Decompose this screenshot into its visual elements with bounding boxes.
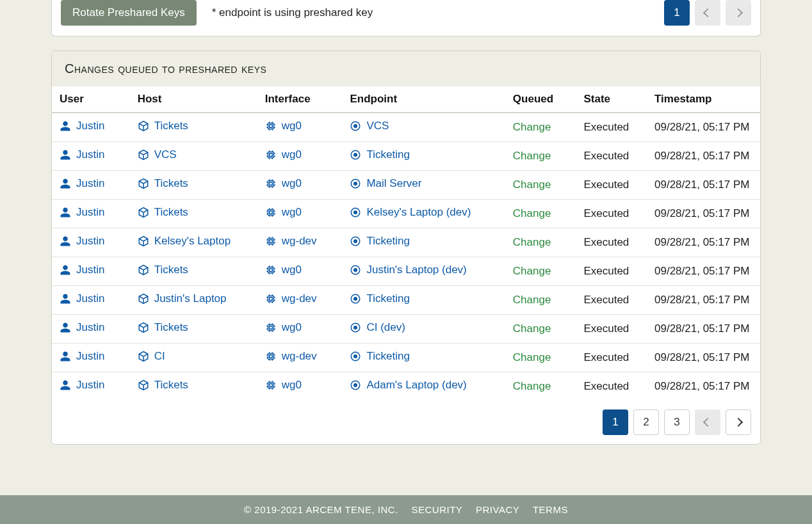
host-link[interactable]: Tickets (138, 321, 188, 334)
queued-link[interactable]: Change (513, 380, 551, 392)
col-state: State (576, 86, 647, 113)
svg-point-23 (353, 268, 357, 272)
person-icon (60, 149, 71, 161)
interface-link[interactable]: wg0 (265, 120, 302, 132)
endpoint-link[interactable]: Adam's Laptop (dev) (350, 379, 466, 392)
chevron-right-icon (734, 8, 743, 17)
queued-link[interactable]: Change (513, 265, 551, 277)
endpoint-link[interactable]: Ticketing (350, 148, 409, 161)
changes-pager-page-1[interactable]: 1 (603, 409, 628, 435)
endpoint-link[interactable]: Ticketing (350, 292, 409, 305)
timestamp-text: 09/28/21, 05:17 PM (654, 150, 749, 162)
top-pager-page-1[interactable]: 1 (664, 0, 690, 26)
host-label: VCS (154, 148, 177, 161)
user-link[interactable]: Justin (60, 235, 104, 248)
svg-point-35 (353, 354, 357, 358)
timestamp-text: 09/28/21, 05:17 PM (654, 380, 749, 392)
interface-label: wg0 (282, 321, 302, 334)
user-link[interactable]: Justin (60, 177, 104, 190)
user-link[interactable]: Justin (60, 148, 104, 161)
queued-link[interactable]: Change (513, 322, 551, 335)
interface-link[interactable]: wg0 (265, 264, 302, 276)
interface-label: wg0 (282, 206, 302, 219)
interface-link[interactable]: wg0 (265, 206, 302, 219)
endpoint-label: Adam's Laptop (dev) (366, 379, 466, 392)
user-link[interactable]: Justin (60, 321, 104, 334)
host-link[interactable]: VCS (138, 148, 177, 161)
interface-link[interactable]: wg-dev (265, 292, 317, 305)
user-label: Justin (76, 206, 104, 219)
svg-point-11 (353, 182, 357, 186)
queued-link[interactable]: Change (513, 207, 551, 219)
state-text: Executed (583, 179, 629, 191)
svg-rect-24 (268, 296, 273, 302)
table-row: JustinTicketswg0Justin's Laptop (dev)Cha… (52, 257, 760, 286)
host-link[interactable]: Justin's Laptop (138, 292, 227, 305)
timestamp-text: 09/28/21, 05:17 PM (654, 121, 749, 133)
endpoint-label: VCS (366, 120, 389, 132)
svg-rect-1 (269, 125, 272, 128)
host-link[interactable]: Kelsey's Laptop (138, 235, 231, 248)
endpoint-label: Mail Server (366, 177, 421, 190)
queued-link[interactable]: Change (513, 121, 551, 133)
endpoint-link[interactable]: Mail Server (350, 177, 421, 190)
host-label: Tickets (154, 120, 188, 132)
endpoint-link[interactable]: Kelsey's Laptop (dev) (350, 206, 471, 219)
host-link[interactable]: Tickets (138, 264, 188, 276)
interface-link[interactable]: wg-dev (265, 350, 317, 363)
queued-link[interactable]: Change (513, 179, 551, 191)
person-icon (60, 379, 71, 391)
radio-icon (350, 149, 361, 161)
user-link[interactable]: Justin (60, 120, 104, 132)
interface-link[interactable]: wg0 (265, 148, 302, 161)
changes-pager-next[interactable] (726, 409, 751, 435)
interface-link[interactable]: wg0 (265, 379, 302, 392)
host-link[interactable]: Tickets (138, 206, 188, 219)
interface-label: wg0 (282, 264, 302, 276)
state-text: Executed (583, 236, 629, 248)
interface-link[interactable]: wg0 (265, 177, 302, 190)
top-pager: 1 (664, 0, 751, 26)
interface-label: wg0 (282, 177, 302, 190)
chip-icon (265, 120, 277, 132)
user-link[interactable]: Justin (60, 206, 104, 219)
user-link[interactable]: Justin (60, 379, 104, 392)
timestamp-text: 09/28/21, 05:17 PM (654, 265, 749, 277)
chip-icon (265, 351, 277, 362)
timestamp-text: 09/28/21, 05:17 PM (654, 179, 749, 191)
changes-pager-page-3[interactable]: 3 (664, 409, 690, 435)
changes-pager: 1 2 3 (603, 409, 751, 435)
table-row: JustinCIwg-devTicketingChangeExecuted09/… (52, 344, 760, 372)
queued-link[interactable]: Change (513, 294, 551, 306)
queued-link[interactable]: Change (513, 236, 551, 248)
svg-rect-29 (269, 326, 272, 329)
interface-label: wg0 (282, 120, 302, 132)
user-label: Justin (76, 264, 104, 276)
host-link[interactable]: Tickets (138, 379, 188, 392)
endpoint-link[interactable]: Ticketing (350, 235, 409, 248)
endpoint-link[interactable]: VCS (350, 120, 389, 132)
host-link[interactable]: CI (138, 350, 165, 363)
endpoint-link[interactable]: CI (dev) (350, 321, 405, 334)
endpoint-label: Ticketing (366, 148, 409, 161)
table-row: JustinJustin's Laptopwg-devTicketingChan… (52, 286, 760, 315)
rotate-preshared-keys-button[interactable]: Rotate Preshared Keys (61, 0, 197, 26)
endpoint-link[interactable]: Ticketing (350, 350, 409, 363)
cube-icon (138, 351, 149, 362)
queued-link[interactable]: Change (513, 150, 551, 162)
changes-pager-page-2[interactable]: 2 (633, 409, 659, 435)
cube-icon (138, 207, 149, 218)
endpoint-link[interactable]: Justin's Laptop (dev) (350, 264, 466, 276)
host-label: Tickets (154, 264, 188, 276)
timestamp-text: 09/28/21, 05:17 PM (654, 351, 749, 363)
interface-link[interactable]: wg0 (265, 321, 302, 334)
queued-link[interactable]: Change (513, 351, 551, 363)
user-link[interactable]: Justin (60, 350, 104, 363)
interface-link[interactable]: wg-dev (265, 235, 317, 248)
host-link[interactable]: Tickets (138, 177, 188, 190)
changes-card-title: CHANGES QUEUED TO PRESHARED KEYS (52, 51, 760, 86)
user-link[interactable]: Justin (60, 292, 104, 305)
user-link[interactable]: Justin (60, 264, 104, 276)
host-link[interactable]: Tickets (138, 120, 188, 132)
top-pager-next (726, 0, 751, 26)
